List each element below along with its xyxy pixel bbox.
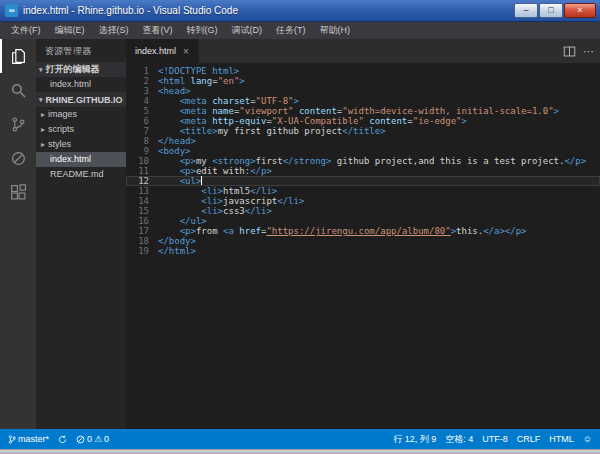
menu-bar: 文件(F)编辑(E)选择(S)查看(V)转到(G)调试(D)任务(T)帮助(H) xyxy=(0,22,600,39)
open-editors-label: 打开的编辑器 xyxy=(46,63,100,76)
code-line-4[interactable]: 4 <meta charset="UTF-8"> xyxy=(126,96,600,106)
tab-close-icon[interactable]: × xyxy=(183,46,189,57)
open-editor-item[interactable]: index.html xyxy=(36,77,126,92)
sync-icon[interactable] xyxy=(58,435,67,444)
line-number: 4 xyxy=(126,96,158,106)
tree-folder-styles[interactable]: ▸styles xyxy=(36,137,126,152)
line-number: 15 xyxy=(126,206,158,216)
open-editors-list: index.html xyxy=(36,77,126,92)
code-line-3[interactable]: 3<head> xyxy=(126,86,600,96)
code-line-14[interactable]: 14 <li>javascript</li> xyxy=(126,196,600,206)
open-editors-header[interactable]: ▾ 打开的编辑器 xyxy=(36,62,126,77)
code-line-5[interactable]: 5 <meta name="viewport" content="width=d… xyxy=(126,106,600,116)
source-control-icon[interactable] xyxy=(0,107,36,141)
menu-item[interactable]: 调试(D) xyxy=(225,22,270,39)
line-content: <ul> xyxy=(158,176,202,186)
code-line-17[interactable]: 17 <p>from <a href="https://jirengu.com/… xyxy=(126,226,600,236)
text-cursor xyxy=(201,176,202,185)
minimize-button[interactable]: – xyxy=(514,3,538,18)
split-editor-icon[interactable] xyxy=(563,45,576,58)
more-actions-icon[interactable]: ⋯ xyxy=(583,45,594,58)
maximize-button[interactable]: □ xyxy=(539,3,563,18)
folder-root-header[interactable]: ▾ RHINE.GITHUB.IO xyxy=(36,92,126,107)
tab-label: index.html xyxy=(135,46,176,56)
menu-item[interactable]: 选择(S) xyxy=(92,22,136,39)
line-number: 1 xyxy=(126,66,158,76)
file-tree: ▸images▸scripts▸stylesindex.htmlREADME.m… xyxy=(36,107,126,182)
problems-indicator[interactable]: 0 ⚠ 0 xyxy=(76,434,109,444)
line-content: <html lang="en"> xyxy=(158,76,245,86)
menu-item[interactable]: 转到(G) xyxy=(180,22,225,39)
folder-root-label: RHINE.GITHUB.IO xyxy=(46,95,123,105)
code-line-9[interactable]: 9<body> xyxy=(126,146,600,156)
line-content: </html> xyxy=(158,246,196,256)
line-content: <meta charset="UTF-8"> xyxy=(158,96,299,106)
vscode-logo-icon: ∞ xyxy=(5,4,18,17)
line-content: <meta http-equiv="X-UA-Compatible" conte… xyxy=(158,116,467,126)
close-button[interactable]: × xyxy=(564,3,596,18)
line-number: 19 xyxy=(126,246,158,256)
tree-file-index.html[interactable]: index.html xyxy=(36,152,126,167)
menu-item[interactable]: 查看(V) xyxy=(136,22,180,39)
chevron-down-icon: ▾ xyxy=(39,66,43,74)
git-branch-icon xyxy=(8,434,16,445)
line-content: <p>my <strong>first</strong> github proj… xyxy=(158,156,586,166)
code-line-19[interactable]: 19</html> xyxy=(126,246,600,256)
indentation-setting[interactable]: 空格: 4 xyxy=(445,433,473,446)
cursor-position[interactable]: 行 12, 列 9 xyxy=(393,433,436,446)
line-content: <meta name="viewport" content="width=dev… xyxy=(158,106,559,116)
code-line-10[interactable]: 10 <p>my <strong>first</strong> github p… xyxy=(126,156,600,166)
code-line-8[interactable]: 8</head> xyxy=(126,136,600,146)
language-mode[interactable]: HTML xyxy=(549,434,574,444)
sidebar-title: 资源管理器 xyxy=(36,39,126,62)
line-content: <body> xyxy=(158,146,191,156)
warning-count: 0 xyxy=(104,434,109,444)
title-bar: ∞ index.html - Rhine.github.io - Visual … xyxy=(0,0,600,22)
code-line-1[interactable]: 1<!DOCTYPE html> xyxy=(126,66,600,76)
editor-actions: ⋯ xyxy=(563,39,594,63)
line-number: 9 xyxy=(126,146,158,156)
tree-folder-images[interactable]: ▸images xyxy=(36,107,126,122)
menu-item[interactable]: 文件(F) xyxy=(4,22,48,39)
menu-item[interactable]: 帮助(H) xyxy=(313,22,358,39)
line-content: <li>css3</li> xyxy=(158,206,272,216)
code-line-2[interactable]: 2<html lang="en"> xyxy=(126,76,600,86)
code-line-11[interactable]: 11 <p>edit with:</p> xyxy=(126,166,600,176)
line-number: 18 xyxy=(126,236,158,246)
window-controls: – □ × xyxy=(514,3,596,18)
code-area[interactable]: 1<!DOCTYPE html>2<html lang="en">3<head>… xyxy=(126,63,600,429)
tab-index-html[interactable]: index.html × xyxy=(126,39,199,63)
feedback-smiley-icon[interactable]: ☺ xyxy=(583,434,592,444)
eol-setting[interactable]: CRLF xyxy=(517,434,541,444)
git-branch-indicator[interactable]: master* xyxy=(8,434,49,445)
code-line-16[interactable]: 16 </ul> xyxy=(126,216,600,226)
debug-icon[interactable] xyxy=(0,141,36,175)
code-line-12[interactable]: 12 <ul> xyxy=(126,176,600,186)
code-line-15[interactable]: 15 <li>css3</li> xyxy=(126,206,600,216)
code-line-7[interactable]: 7 <title>my first github project</title> xyxy=(126,126,600,136)
line-number: 10 xyxy=(126,156,158,166)
code-line-6[interactable]: 6 <meta http-equiv="X-UA-Compatible" con… xyxy=(126,116,600,126)
extensions-icon[interactable] xyxy=(0,175,36,209)
sidebar: 资源管理器 ▾ 打开的编辑器 index.html ▾ RHINE.GITHUB… xyxy=(36,39,126,429)
encoding-setting[interactable]: UTF-8 xyxy=(482,434,508,444)
search-icon[interactable] xyxy=(0,73,36,107)
error-count: 0 xyxy=(87,434,92,444)
explorer-icon[interactable] xyxy=(0,39,36,73)
chevron-right-icon: ▸ xyxy=(41,122,45,137)
tree-file-README.md[interactable]: README.md xyxy=(36,167,126,182)
line-number: 7 xyxy=(126,126,158,136)
code-line-18[interactable]: 18</body> xyxy=(126,236,600,246)
menu-item[interactable]: 任务(T) xyxy=(269,22,313,39)
line-number: 13 xyxy=(126,186,158,196)
window-title: index.html - Rhine.github.io - Visual St… xyxy=(23,5,238,16)
menu-item[interactable]: 编辑(E) xyxy=(48,22,92,39)
code-line-13[interactable]: 13 <li>html5</li> xyxy=(126,186,600,196)
line-number: 8 xyxy=(126,136,158,146)
editor: index.html × ⋯ 1<!DOCTYPE html>2<html la… xyxy=(126,39,600,429)
tree-folder-scripts[interactable]: ▸scripts xyxy=(36,122,126,137)
window-frame-bottom xyxy=(0,449,600,454)
line-number: 6 xyxy=(126,116,158,126)
main-area: 资源管理器 ▾ 打开的编辑器 index.html ▾ RHINE.GITHUB… xyxy=(0,39,600,429)
line-number: 17 xyxy=(126,226,158,236)
